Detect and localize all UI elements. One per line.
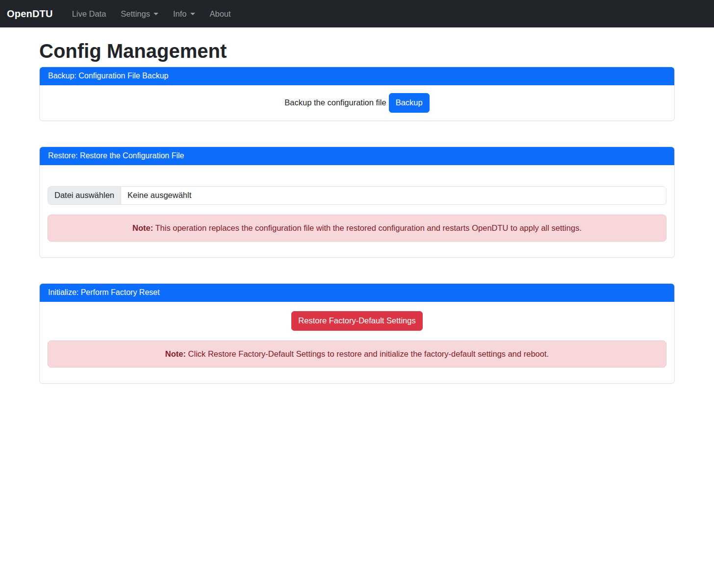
restore-card-body: Datei auswählen Keine ausgewählt Note: T…: [40, 165, 674, 257]
config-management-page: OpenDTU Live Data Settings Info About Co…: [0, 0, 714, 588]
backup-card-header: Backup: Configuration File Backup: [40, 67, 674, 85]
initialize-note-alert: Note: Click Restore Factory-Default Sett…: [48, 341, 666, 368]
initialize-card: Initialize: Perform Factory Reset Restor…: [39, 283, 675, 384]
initialize-card-body: Restore Factory-Default Settings Note: C…: [40, 302, 674, 383]
factory-reset-button[interactable]: Restore Factory-Default Settings: [291, 311, 422, 331]
nav-item-settings[interactable]: Settings: [113, 5, 166, 23]
main-container: Config Management Backup: Configuration …: [39, 27, 675, 384]
file-input-wrap: Datei auswählen Keine ausgewählt: [48, 186, 666, 205]
note-label: Note:: [165, 349, 186, 358]
nav-links: Live Data Settings Info About: [65, 5, 238, 23]
restore-card: Restore: Restore the Configuration File …: [39, 147, 675, 258]
factory-reset-row: Restore Factory-Default Settings: [48, 311, 666, 331]
nav-item-label: Settings: [121, 9, 150, 19]
initialize-card-header: Initialize: Perform Factory Reset: [40, 284, 674, 302]
nav-item-info[interactable]: Info: [166, 5, 203, 23]
nav-item-label: Info: [173, 9, 187, 19]
file-chosen-status: Keine ausgewählt: [121, 187, 198, 204]
nav-item-label: About: [210, 9, 231, 19]
note-text: Click Restore Factory-Default Settings t…: [188, 349, 549, 358]
page-title: Config Management: [39, 39, 675, 63]
nav-item-label: Live Data: [72, 9, 106, 19]
restore-note-alert: Note: This operation replaces the config…: [48, 215, 666, 242]
nav-item-live-data[interactable]: Live Data: [65, 5, 114, 23]
config-file-input[interactable]: Datei auswählen Keine ausgewählt: [48, 186, 666, 205]
backup-button[interactable]: Backup: [389, 93, 430, 113]
file-choose-button[interactable]: Datei auswählen: [48, 187, 121, 204]
note-label: Note:: [132, 223, 153, 232]
note-text: This operation replaces the configuratio…: [155, 223, 582, 232]
backup-description: Backup the configuration file: [284, 98, 386, 107]
caret-down-icon: [153, 13, 158, 15]
restore-card-header: Restore: Restore the Configuration File: [40, 147, 674, 165]
brand-opendtu[interactable]: OpenDTU: [7, 8, 53, 20]
navbar: OpenDTU Live Data Settings Info About: [0, 0, 714, 27]
caret-down-icon: [190, 13, 195, 15]
backup-card: Backup: Configuration File Backup Backup…: [39, 67, 675, 121]
backup-card-body: Backup the configuration file Backup: [40, 85, 674, 121]
nav-item-about[interactable]: About: [203, 5, 238, 23]
